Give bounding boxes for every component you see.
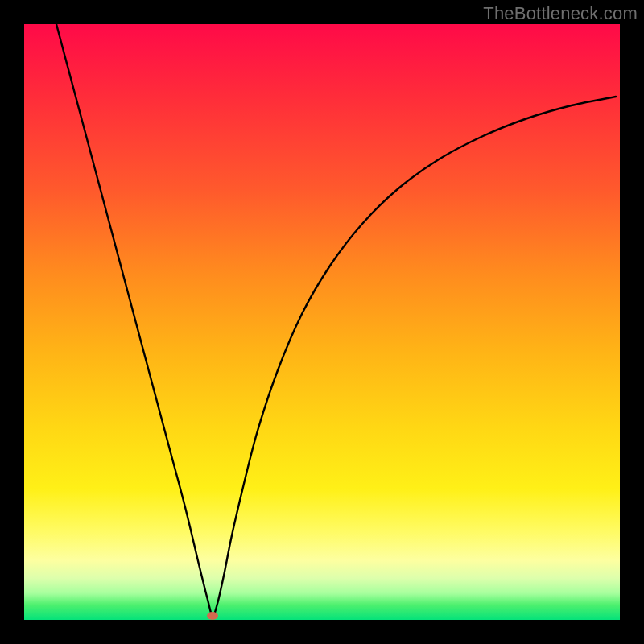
plot-area <box>24 24 620 620</box>
chart-frame: TheBottleneck.com <box>0 0 644 644</box>
bottleneck-curve <box>56 24 616 616</box>
curve-layer <box>24 24 620 620</box>
optimum-marker <box>207 612 218 620</box>
watermark-text: TheBottleneck.com <box>483 3 638 24</box>
